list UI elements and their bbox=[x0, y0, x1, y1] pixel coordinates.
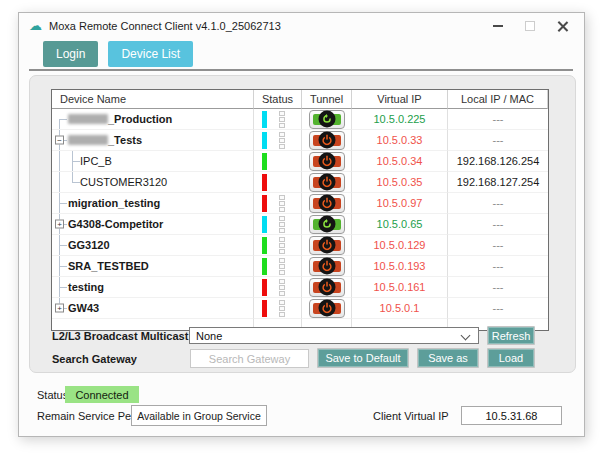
indicator-icon bbox=[279, 270, 285, 275]
device-row[interactable]: CUSTOMER312010.5.0.35192.168.127.254 bbox=[52, 172, 548, 193]
device-tunnel-cell bbox=[302, 277, 352, 298]
device-name: GG3120 bbox=[68, 239, 110, 251]
status-indicator-icons bbox=[279, 111, 285, 128]
maximize-icon[interactable] bbox=[525, 21, 535, 31]
device-status-cell bbox=[254, 172, 302, 193]
tunnel-toggle-button[interactable] bbox=[309, 131, 345, 150]
virtual-ip-value: 10.5.0.35 bbox=[352, 172, 448, 193]
device-status-cell bbox=[254, 298, 302, 319]
device-row[interactable]: +G4308-Competitor10.5.0.65--- bbox=[52, 214, 548, 235]
refresh-button[interactable]: Refresh bbox=[487, 326, 535, 345]
tunnel-toggle-button[interactable] bbox=[309, 173, 345, 192]
status-bar bbox=[262, 153, 267, 170]
device-status-cell bbox=[254, 109, 302, 130]
save-as-button[interactable]: Save as bbox=[417, 348, 479, 368]
status-indicator-icons bbox=[279, 195, 285, 212]
local-ip-mac-value: 192.168.127.254 bbox=[448, 172, 548, 193]
tunnel-toggle-button[interactable] bbox=[309, 236, 345, 255]
tunnel-toggle-button[interactable] bbox=[309, 110, 345, 129]
device-row[interactable]: testing10.5.0.161--- bbox=[52, 277, 548, 298]
virtual-ip-value: 10.5.0.65 bbox=[352, 214, 448, 235]
save-to-default-button[interactable]: Save to Default bbox=[317, 348, 409, 368]
column-header-status[interactable]: Status bbox=[254, 90, 302, 109]
local-ip-mac-value: --- bbox=[448, 235, 548, 256]
indicator-icon bbox=[279, 207, 285, 212]
device-row[interactable]: GG312010.5.0.129--- bbox=[52, 235, 548, 256]
device-tunnel-cell bbox=[302, 151, 352, 172]
tunnel-toggle-button[interactable] bbox=[309, 299, 345, 318]
status-label: Status bbox=[37, 389, 68, 401]
device-name-cell: +G4308-Competitor bbox=[52, 214, 254, 235]
device-tunnel-cell bbox=[302, 214, 352, 235]
device-row[interactable]: −_Tests10.5.0.33--- bbox=[52, 130, 548, 151]
close-icon[interactable] bbox=[557, 21, 568, 32]
tunnel-toggle-button[interactable] bbox=[309, 215, 345, 234]
tunnel-power-icon bbox=[318, 153, 335, 170]
title-bar: Moxa Remote Connect Client v4.1.0_250627… bbox=[19, 13, 584, 39]
device-row[interactable]: _Production10.5.0.225--- bbox=[52, 109, 548, 130]
indicator-icon bbox=[279, 216, 285, 221]
device-status-cell bbox=[254, 256, 302, 277]
tunnel-toggle-button[interactable] bbox=[309, 257, 345, 276]
tree-connector bbox=[59, 287, 67, 288]
indicator-icon bbox=[279, 201, 285, 206]
minimize-icon[interactable] bbox=[493, 25, 503, 27]
virtual-ip-value: 10.5.0.97 bbox=[352, 193, 448, 214]
device-tunnel-cell bbox=[302, 235, 352, 256]
search-gateway-input[interactable] bbox=[190, 349, 309, 368]
device-name: IPC_B bbox=[80, 155, 112, 167]
column-header-virtual-ip[interactable]: Virtual IP bbox=[352, 90, 448, 109]
device-name-cell: testing bbox=[52, 277, 254, 298]
indicator-icon bbox=[279, 123, 285, 128]
tab-separator bbox=[29, 69, 573, 71]
column-header-local-ip-mac[interactable]: Local IP / MAC bbox=[448, 90, 548, 109]
device-row[interactable]: SRA_TESTBED10.5.0.193--- bbox=[52, 256, 548, 277]
status-bar bbox=[262, 237, 267, 254]
status-indicator-icons bbox=[279, 132, 285, 149]
device-tunnel-cell bbox=[302, 172, 352, 193]
load-button[interactable]: Load bbox=[487, 348, 535, 368]
collapse-minus-icon[interactable]: − bbox=[55, 136, 64, 145]
device-row[interactable]: IPC_B10.5.0.34192.168.126.254 bbox=[52, 151, 548, 172]
tab-device-list[interactable]: Device List bbox=[108, 41, 193, 67]
device-name: G4308-Competitor bbox=[68, 218, 163, 230]
virtual-ip-value: 10.5.0.225 bbox=[352, 109, 448, 130]
expand-plus-icon[interactable]: + bbox=[55, 220, 64, 229]
tree-connector bbox=[59, 119, 67, 120]
status-bar bbox=[262, 132, 267, 149]
column-header-device-name[interactable]: Device Name bbox=[52, 90, 254, 109]
status-indicator-icons bbox=[279, 237, 285, 254]
broadcast-multicast-label: L2/L3 Broadcast Multicast bbox=[52, 330, 188, 342]
status-indicator-icons bbox=[279, 300, 285, 317]
broadcast-multicast-select[interactable]: None bbox=[189, 327, 479, 344]
status-bar bbox=[262, 111, 267, 128]
tree-connector bbox=[72, 161, 80, 162]
indicator-icon bbox=[279, 258, 285, 263]
column-header-tunnel[interactable]: Tunnel bbox=[302, 90, 352, 109]
indicator-icon bbox=[279, 243, 285, 248]
broadcast-multicast-value: None bbox=[196, 330, 222, 342]
tab-bar: Login Device List bbox=[43, 41, 193, 67]
tunnel-power-icon bbox=[318, 237, 335, 254]
device-name-cell: migration_testing bbox=[52, 193, 254, 214]
tab-login[interactable]: Login bbox=[43, 41, 98, 67]
indicator-icon bbox=[279, 249, 285, 254]
expand-plus-icon[interactable]: + bbox=[55, 304, 64, 313]
tunnel-connected-icon bbox=[318, 111, 335, 128]
indicator-icon bbox=[279, 111, 285, 116]
tunnel-toggle-button[interactable] bbox=[309, 278, 345, 297]
indicator-icon bbox=[279, 279, 285, 284]
tunnel-toggle-button[interactable] bbox=[309, 152, 345, 171]
device-row[interactable]: +GW4310.5.0.1--- bbox=[52, 298, 548, 319]
local-ip-mac-value: --- bbox=[448, 130, 548, 151]
device-row[interactable]: migration_testing10.5.0.97--- bbox=[52, 193, 548, 214]
tunnel-toggle-button[interactable] bbox=[309, 194, 345, 213]
status-indicator-icons bbox=[279, 216, 285, 233]
indicator-icon bbox=[279, 306, 285, 311]
window-title: Moxa Remote Connect Client v4.1.0_250627… bbox=[49, 20, 493, 32]
device-name: CUSTOMER3120 bbox=[80, 176, 167, 188]
local-ip-mac-value: --- bbox=[448, 277, 548, 298]
device-tunnel-cell bbox=[302, 193, 352, 214]
tree-connector bbox=[72, 182, 80, 183]
device-tunnel-cell bbox=[302, 298, 352, 319]
